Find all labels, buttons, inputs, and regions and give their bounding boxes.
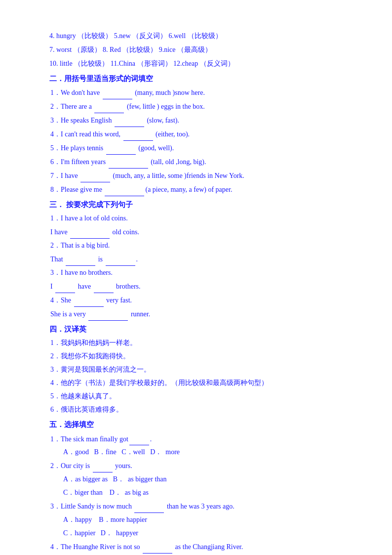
section3-item3-main: 3．I have no brothers.	[49, 266, 353, 279]
section5-q4: 4．The Huanghe River is not so as the Cha…	[49, 540, 353, 554]
section3-item4-main: 4．She very fast.	[49, 294, 353, 307]
blank	[105, 183, 144, 196]
section5-header: 五．选择填空	[49, 418, 353, 431]
section4: 四．汉译英 1．我妈妈和他妈妈一样老。 2．我想你不如我跑得快。 3．黄河是我国…	[49, 323, 353, 416]
section4-item2: 2．我想你不如我跑得快。	[49, 350, 353, 363]
section4-item6: 6．俄语比英语难得多。	[49, 403, 353, 416]
blank	[80, 169, 110, 182]
section5-q3-opts-ab: A．happy B．more happier	[49, 513, 353, 526]
blank	[143, 540, 172, 554]
section3-item1-sub: I have old coins.	[49, 225, 353, 239]
blank	[66, 253, 95, 266]
section2-item3: 3．He speaks English (slow, fast).	[49, 114, 353, 127]
section3-item1-main: 1．I have a lot of old coins.	[49, 212, 353, 225]
blank	[55, 280, 75, 293]
section3: 三． 按要求完成下列句子 1．I have a lot of old coins…	[49, 198, 353, 321]
section4-item4: 4．他的字（书法）是我们学校最好的。（用比较级和最高级两种句型）	[49, 377, 353, 389]
section5-q2: 2．Our city is yours.	[49, 459, 353, 472]
blank	[106, 253, 135, 266]
blank	[109, 155, 148, 169]
section5-q3-opts-cd: C．happier D． happyer	[49, 527, 353, 540]
blank	[94, 280, 114, 293]
section3-item2-sub: That is .	[49, 253, 353, 266]
blank	[88, 307, 128, 321]
section2-item2: 2．There are a (few, little ) eggs in the…	[49, 100, 353, 113]
blank	[94, 100, 124, 113]
section3-item3-sub: I have brothers.	[49, 280, 353, 293]
blank	[103, 86, 132, 99]
blank	[134, 500, 164, 513]
section1: 4. hungry （比较级） 5.new （反义词） 6.well （比较级）…	[49, 30, 353, 70]
section4-header: 四．汉译英	[49, 323, 353, 336]
section2-header: 二．用括号里适当形式的词填空	[49, 72, 353, 85]
section3-item4-sub: She is a very runner.	[49, 307, 353, 321]
section2-item7: 7．I have (much, any, a little, some )fri…	[49, 169, 353, 182]
blank	[93, 459, 113, 472]
section5-q3: 3．Little Sandy is now much than he was 3…	[49, 500, 353, 513]
blank	[106, 141, 136, 155]
section5-q2-opts-cd: C．biger than D． as big as	[49, 486, 353, 499]
section2-item1: 1．We don't have (many, much )snow here.	[49, 86, 353, 99]
blank	[123, 128, 153, 141]
section4-item1: 1．我妈妈和他妈妈一样老。	[49, 337, 353, 349]
section1-line3: 10. little （比较级） 11.China （形容词） 12.cheap…	[49, 57, 353, 70]
section5-q1: 1．The sick man finally got .	[49, 432, 353, 446]
section5-q2-opts-ab: A．as bigger as B． as bigger than	[49, 473, 353, 486]
section4-item5: 5．他越来越认真了。	[49, 390, 353, 403]
document-content: 4. hungry （比较级） 5.new （反义词） 6.well （比较级）…	[49, 30, 353, 555]
section2-item8: 8．Please give me (a piece, many, a few) …	[49, 183, 353, 196]
section3-header: 三． 按要求完成下列句子	[49, 198, 353, 212]
section2: 二．用括号里适当形式的词填空 1．We don't have (many, mu…	[49, 72, 353, 196]
section1-line1: 4. hungry （比较级） 5.new （反义词） 6.well （比较级）	[49, 30, 353, 43]
section3-item2-main: 2．That is a big bird.	[49, 239, 353, 252]
blank	[70, 225, 110, 239]
section2-item5: 5．He plays tennis (good, well).	[49, 141, 353, 155]
section5-q1-opts: A．good B．fine C．well D． more	[49, 446, 353, 459]
section2-item6: 6．I'm fifteen years (tall, old ,long, bi…	[49, 155, 353, 169]
section2-item4: 4．I can't read this word, (either, too).	[49, 128, 353, 141]
blank	[74, 294, 104, 307]
section5: 五．选择填空 1．The sick man finally got . A．go…	[49, 418, 353, 555]
section4-item3: 3．黄河是我国最长的河流之一。	[49, 363, 353, 376]
blank	[115, 114, 144, 127]
blank	[129, 432, 149, 446]
section1-line2: 7. worst （原级） 8. Red （比较级） 9.nice （最高级）	[49, 43, 353, 56]
